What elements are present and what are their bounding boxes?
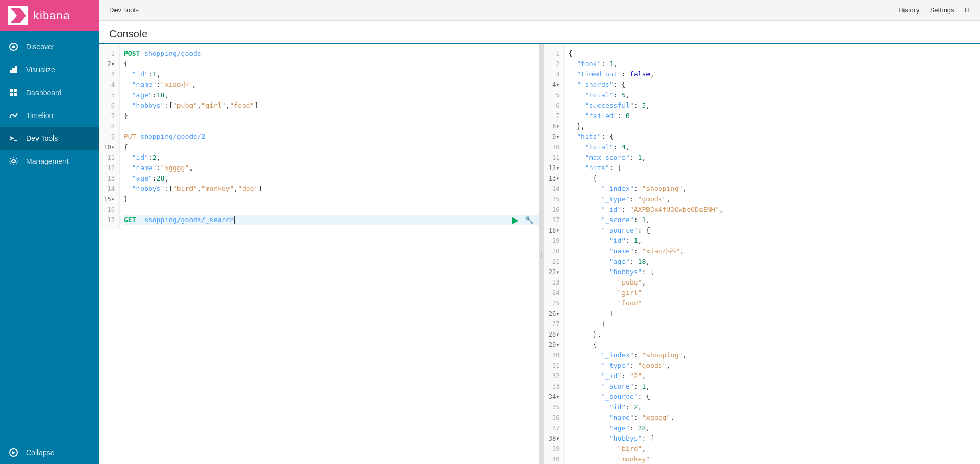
output-line-5: "total": 5, [569, 90, 981, 100]
sidebar-item-dashboard[interactable]: Dashboard [0, 81, 99, 104]
editor-line-13: "age":28, [124, 173, 539, 184]
output-code-content: { "took": 1, "timed_out": false, "_shard… [565, 44, 981, 464]
console-title: Console [109, 28, 970, 40]
svg-rect-7 [10, 89, 13, 92]
editor-line-11: "id":2, [124, 152, 539, 163]
sidebar-visualize-label: Visualize [26, 66, 55, 74]
run-button[interactable]: ▶ [509, 214, 521, 226]
app-name: kibana [33, 9, 70, 22]
management-icon [8, 156, 19, 166]
output-line-29: { [569, 340, 981, 350]
settings-link[interactable]: Settings [930, 6, 954, 14]
output-line-28: }, [569, 329, 981, 340]
output-line-7: "failed": 0 [569, 111, 981, 121]
collapse-icon [8, 447, 19, 458]
editor-code-lines: 1 2▾ 3 4 5 6 7 8 9 10▾ 11 12 13 [99, 44, 539, 229]
output-line-33: "_score": 1, [569, 381, 981, 392]
editor-line-5: "age":18, [124, 90, 539, 100]
editor-line-10: { [124, 142, 539, 152]
output-line-16: "_id": "AXPB3x4fU3Qwbe0DaENH", [569, 204, 981, 215]
editor-line-17: GET shopping/goods/_search▶🔧 [124, 215, 539, 225]
output-line-18: "_source": { [569, 225, 981, 236]
svg-rect-4 [10, 70, 12, 73]
dashboard-icon [8, 87, 19, 98]
editor-line-6: "hobbys":["pubg","girl","food"] [124, 100, 539, 111]
output-line-26: ] [569, 308, 981, 319]
editor-content[interactable]: 1 2▾ 3 4 5 6 7 8 9 10▾ 11 12 13 [99, 44, 539, 464]
output-line-6: "successful": 5, [569, 100, 981, 111]
timelion-icon [8, 110, 19, 121]
sidebar-bottom: Collapse [0, 441, 99, 464]
output-line-36: "name": "xgggg", [569, 413, 981, 423]
editor-line-16 [124, 204, 539, 215]
sidebar-dashboard-label: Dashboard [26, 88, 62, 97]
editor-line-3: "id":1, [124, 69, 539, 80]
editor-code-content[interactable]: POST shopping/goods { "id":1, "name":"xi… [120, 44, 539, 229]
editor-line-1: POST shopping/goods [124, 48, 539, 59]
output-line-2: "took": 1, [569, 59, 981, 69]
output-line-32: "_id": "2", [569, 371, 981, 381]
editor-line-7: } [124, 111, 539, 121]
output-line-14: "_index": "shopping", [569, 184, 981, 194]
page-title: Dev Tools [109, 6, 139, 14]
output-line-9: "hits": { [569, 132, 981, 142]
sidebar-item-timelion[interactable]: Timelion [0, 104, 99, 127]
output-line-12: "hits": [ [569, 163, 981, 173]
settings-button[interactable]: 🔧 [524, 214, 536, 226]
editor-line-15: } [124, 194, 539, 204]
collapse-button[interactable]: Collapse [8, 447, 91, 458]
output-line-37: "age": 28, [569, 423, 981, 433]
output-line-22: "hobbys": [ [569, 267, 981, 277]
editor-line-4: "name":"xiao小", [124, 80, 539, 90]
sidebar-item-management[interactable]: Management [0, 150, 99, 173]
output-line-11: "max_score": 1, [569, 152, 981, 163]
editor-line-2: { [124, 59, 539, 69]
sidebar: kibana Discover Visualize Dashboard Time… [0, 0, 99, 464]
devtools-icon [8, 133, 19, 144]
svg-point-12 [12, 160, 15, 163]
sidebar-management-label: Management [26, 157, 69, 165]
svg-rect-6 [15, 66, 17, 73]
sidebar-item-discover[interactable]: Discover [0, 35, 99, 58]
output-line-4: "_shards": { [569, 80, 981, 90]
svg-rect-5 [12, 68, 15, 73]
output-line-24: "girl" [569, 288, 981, 298]
kibana-logo-icon [8, 6, 28, 25]
help-link[interactable]: H [965, 6, 970, 14]
editor-line-9: PUT shopping/goods/2 [124, 132, 539, 142]
panel-divider[interactable] [540, 44, 544, 464]
main-content: Dev Tools History Settings H Console 1 2… [99, 0, 980, 464]
sidebar-devtools-label: Dev Tools [26, 134, 58, 143]
svg-rect-10 [14, 93, 17, 96]
sidebar-nav: Discover Visualize Dashboard Timelion De… [0, 31, 99, 441]
console-header: Console [99, 21, 980, 44]
editor-container: 1 2▾ 3 4 5 6 7 8 9 10▾ 11 12 13 [99, 44, 980, 464]
visualize-icon [8, 65, 19, 75]
history-link[interactable]: History [898, 6, 919, 14]
editor-panel: 1 2▾ 3 4 5 6 7 8 9 10▾ 11 12 13 [99, 44, 540, 464]
output-code-lines: 1 2 3 4▾ 5 6 7 8▾ 9▾ 10 11 12▾ 1 [544, 44, 981, 464]
output-line-15: "_type": "goods", [569, 194, 981, 204]
discover-icon [8, 42, 19, 52]
output-line-27: } [569, 319, 981, 329]
editor-line-14: "hobbys":["bird","monkey","dog"] [124, 184, 539, 194]
output-panel: 1 2 3 4▾ 5 6 7 8▾ 9▾ 10 11 12▾ 1 [544, 44, 981, 464]
kibana-logo-svg [8, 6, 28, 25]
console-wrapper: Console 1 2▾ 3 4 5 6 7 8 [99, 21, 980, 464]
editor-line-numbers: 1 2▾ 3 4 5 6 7 8 9 10▾ 11 12 13 [99, 44, 120, 229]
output-line-17: "_score": 1, [569, 215, 981, 225]
topbar: Dev Tools History Settings H [99, 0, 980, 21]
output-line-25: "food" [569, 298, 981, 308]
output-line-21: "age": 18, [569, 256, 981, 267]
output-content[interactable]: 1 2 3 4▾ 5 6 7 8▾ 9▾ 10 11 12▾ 1 [544, 44, 981, 464]
output-line-10: "total": 4, [569, 142, 981, 152]
sidebar-item-visualize[interactable]: Visualize [0, 58, 99, 81]
output-line-38: "hobbys": [ [569, 433, 981, 444]
output-line-13: { [569, 173, 981, 184]
sidebar-item-devtools[interactable]: Dev Tools [0, 127, 99, 150]
svg-rect-9 [10, 93, 13, 96]
output-line-39: "bird", [569, 444, 981, 454]
sidebar-discover-label: Discover [26, 43, 54, 51]
output-line-3: "timed_out": false, [569, 69, 981, 80]
output-line-19: "id": 1, [569, 236, 981, 246]
